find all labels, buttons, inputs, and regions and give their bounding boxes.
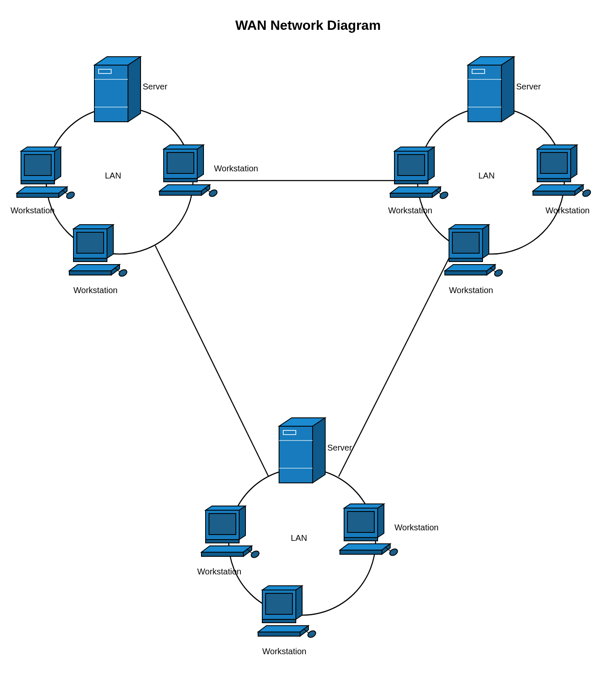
- svg-point-14: [65, 191, 76, 200]
- svg-rect-87: [340, 550, 382, 554]
- svg-point-56: [582, 189, 592, 198]
- svg-rect-45: [390, 193, 432, 197]
- svg-rect-94: [262, 619, 296, 623]
- svg-marker-57: [483, 225, 489, 258]
- svg-point-23: [208, 189, 218, 198]
- workstation-label: Workstation: [388, 206, 432, 215]
- svg-marker-25: [73, 225, 113, 229]
- svg-marker-73: [206, 506, 245, 510]
- svg-marker-7: [21, 147, 61, 151]
- svg-rect-10: [21, 181, 55, 184]
- svg-marker-48: [571, 145, 577, 178]
- svg-marker-40: [394, 147, 434, 151]
- workstation-label: Workstation: [546, 206, 590, 215]
- svg-rect-54: [533, 191, 575, 195]
- svg-marker-90: [296, 586, 302, 619]
- svg-rect-51: [540, 152, 567, 173]
- svg-marker-6: [55, 147, 61, 181]
- workstation-icon: [258, 586, 317, 639]
- workstation-icon: [533, 145, 592, 198]
- workstation-label: Workstation: [73, 286, 117, 295]
- svg-marker-91: [262, 586, 302, 590]
- svg-rect-52: [537, 178, 571, 182]
- svg-rect-27: [77, 232, 104, 253]
- svg-point-32: [118, 268, 128, 278]
- server-icon: [94, 57, 141, 122]
- svg-marker-49: [537, 145, 577, 149]
- server-label: Server: [143, 82, 167, 92]
- svg-marker-82: [344, 504, 384, 508]
- server-icon: [279, 418, 325, 483]
- workstation-icon: [445, 225, 504, 278]
- lan-label: LAN: [291, 533, 307, 543]
- svg-marker-58: [449, 225, 489, 229]
- workstation-icon: [17, 147, 76, 200]
- svg-marker-67: [313, 418, 325, 483]
- svg-point-47: [439, 191, 449, 200]
- workstation-label: Workstation: [197, 567, 241, 577]
- svg-marker-24: [107, 225, 113, 258]
- workstation-label: Workstation: [449, 286, 493, 295]
- workstation-icon: [159, 145, 218, 198]
- svg-rect-96: [258, 632, 300, 636]
- server-label: Server: [516, 82, 541, 92]
- svg-rect-84: [347, 511, 374, 532]
- svg-point-65: [493, 268, 504, 278]
- svg-rect-12: [17, 193, 59, 197]
- server-icon: [468, 57, 514, 122]
- svg-marker-81: [378, 504, 384, 537]
- svg-rect-9: [24, 155, 51, 176]
- svg-point-80: [250, 550, 260, 559]
- svg-rect-63: [445, 271, 487, 275]
- svg-rect-61: [449, 258, 483, 262]
- workstation-icon: [340, 504, 399, 557]
- wan-network-diagram: WAN Network Diagram LANServerWorkstation…: [0, 0, 616, 679]
- svg-rect-28: [73, 258, 107, 262]
- svg-marker-72: [239, 506, 245, 540]
- svg-marker-1: [128, 57, 141, 122]
- server-label: Server: [327, 443, 352, 453]
- svg-rect-60: [452, 232, 479, 253]
- svg-rect-78: [201, 552, 243, 556]
- svg-marker-34: [501, 57, 514, 122]
- workstation-label: Workstation: [214, 164, 258, 173]
- wan-link: [155, 246, 269, 477]
- svg-rect-43: [394, 181, 428, 184]
- svg-rect-75: [209, 514, 236, 535]
- workstation-label: Workstation: [10, 206, 55, 215]
- diagram-stage: [0, 0, 616, 679]
- svg-point-98: [307, 629, 317, 639]
- svg-point-89: [389, 548, 399, 557]
- workstation-label: Workstation: [394, 523, 439, 532]
- wan-link: [339, 246, 455, 477]
- svg-marker-16: [164, 145, 204, 149]
- svg-marker-15: [197, 145, 204, 178]
- workstation-icon: [390, 147, 449, 200]
- lan-label: LAN: [105, 171, 121, 181]
- svg-rect-19: [164, 178, 197, 182]
- svg-rect-42: [398, 155, 425, 176]
- workstation-icon: [69, 225, 128, 278]
- workstation-label: Workstation: [262, 647, 306, 656]
- lan-label: LAN: [478, 171, 495, 181]
- svg-marker-39: [428, 147, 434, 181]
- svg-rect-93: [266, 593, 292, 614]
- svg-rect-30: [69, 271, 111, 275]
- svg-rect-18: [167, 152, 194, 173]
- svg-rect-76: [206, 540, 239, 543]
- svg-rect-21: [159, 191, 201, 195]
- workstation-icon: [201, 506, 260, 559]
- svg-rect-85: [344, 537, 378, 541]
